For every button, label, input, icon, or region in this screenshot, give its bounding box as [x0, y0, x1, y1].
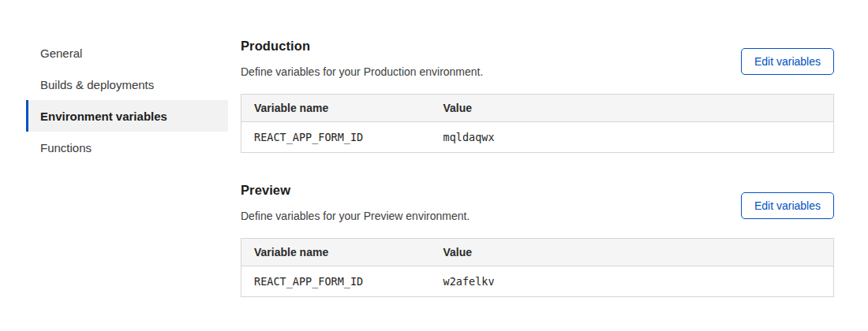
settings-sidebar: General Builds & deployments Environment…: [30, 37, 228, 327]
preview-title: Preview: [241, 183, 470, 198]
production-title: Production: [241, 39, 483, 54]
sidebar-item-environment-variables[interactable]: Environment variables: [26, 100, 228, 132]
variable-name-cell: REACT_APP_FORM_ID: [241, 266, 431, 297]
sidebar-item-builds-deployments[interactable]: Builds & deployments: [30, 69, 228, 100]
variable-name-header: Variable name: [241, 95, 431, 122]
edit-variables-button-production[interactable]: Edit variables: [741, 48, 834, 75]
preview-section: Preview Define variables for your Previe…: [241, 183, 834, 297]
environment-variables-panel: Production Define variables for your Pro…: [241, 37, 834, 327]
variable-name-header: Variable name: [241, 239, 431, 266]
sidebar-item-functions[interactable]: Functions: [30, 132, 228, 163]
edit-variables-button-preview[interactable]: Edit variables: [741, 192, 834, 219]
production-variables-table: Variable name Value REACT_APP_FORM_ID mq…: [241, 94, 834, 153]
variable-value-cell: mqldaqwx: [431, 122, 834, 153]
variable-name-cell: REACT_APP_FORM_ID: [241, 122, 431, 153]
settings-page: General Builds & deployments Environment…: [0, 0, 868, 327]
table-row: REACT_APP_FORM_ID mqldaqwx: [241, 122, 834, 153]
sidebar-item-general[interactable]: General: [30, 37, 228, 69]
preview-description: Define variables for your Preview enviro…: [241, 210, 470, 222]
table-row: REACT_APP_FORM_ID w2afelkv: [241, 266, 834, 297]
value-header: Value: [431, 95, 834, 122]
variable-value-cell: w2afelkv: [431, 266, 834, 297]
value-header: Value: [431, 239, 834, 266]
production-section: Production Define variables for your Pro…: [241, 39, 834, 153]
production-description: Define variables for your Production env…: [241, 65, 483, 78]
preview-variables-table: Variable name Value REACT_APP_FORM_ID w2…: [241, 238, 834, 297]
table-header-row: Variable name Value: [241, 239, 834, 266]
table-header-row: Variable name Value: [241, 95, 834, 122]
